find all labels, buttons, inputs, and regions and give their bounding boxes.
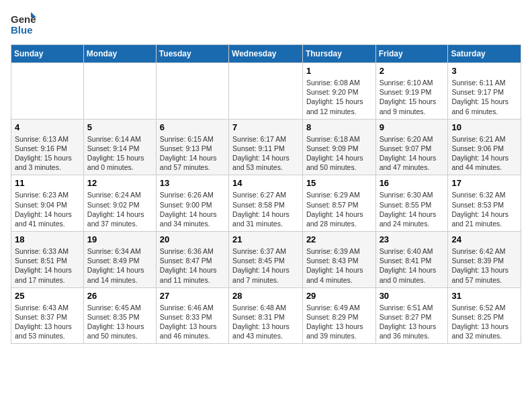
day-info: Sunrise: 6:37 AM Sunset: 8:45 PM Dayligh… (232, 246, 299, 285)
weekday-header: Monday (83, 45, 156, 63)
calendar-cell (229, 63, 303, 120)
logo-graphic: General Blue (11, 11, 36, 36)
day-number: 24 (451, 234, 517, 244)
day-number: 28 (232, 291, 299, 301)
calendar-cell: 9Sunrise: 6:20 AM Sunset: 9:07 PM Daylig… (375, 119, 448, 175)
day-info: Sunrise: 6:26 AM Sunset: 9:00 PM Dayligh… (160, 190, 225, 228)
calendar-cell: 17Sunrise: 6:32 AM Sunset: 8:53 PM Dayli… (448, 175, 521, 232)
calendar-cell: 8Sunrise: 6:18 AM Sunset: 9:09 PM Daylig… (302, 119, 375, 175)
day-number: 1 (306, 66, 372, 76)
calendar-cell: 15Sunrise: 6:29 AM Sunset: 8:57 PM Dayli… (302, 175, 375, 232)
calendar-cell: 6Sunrise: 6:15 AM Sunset: 9:13 PM Daylig… (156, 119, 228, 175)
day-info: Sunrise: 6:08 AM Sunset: 9:20 PM Dayligh… (306, 78, 372, 116)
calendar-cell: 22Sunrise: 6:39 AM Sunset: 8:43 PM Dayli… (302, 232, 375, 288)
day-number: 4 (15, 122, 80, 132)
calendar-cell: 31Sunrise: 6:52 AM Sunset: 8:25 PM Dayli… (448, 287, 521, 344)
day-number: 19 (87, 234, 152, 244)
day-info: Sunrise: 6:45 AM Sunset: 8:35 PM Dayligh… (87, 303, 152, 341)
day-number: 17 (451, 178, 517, 188)
day-number: 18 (15, 234, 80, 244)
day-number: 11 (15, 178, 80, 188)
calendar-cell: 13Sunrise: 6:26 AM Sunset: 9:00 PM Dayli… (156, 175, 228, 232)
day-info: Sunrise: 6:32 AM Sunset: 8:53 PM Dayligh… (451, 190, 517, 228)
calendar-cell (156, 63, 228, 120)
calendar-cell: 24Sunrise: 6:42 AM Sunset: 8:39 PM Dayli… (448, 232, 521, 288)
day-number: 13 (160, 178, 225, 188)
day-number: 7 (232, 122, 299, 132)
day-info: Sunrise: 6:13 AM Sunset: 9:16 PM Dayligh… (15, 134, 80, 173)
day-info: Sunrise: 6:43 AM Sunset: 8:37 PM Dayligh… (15, 303, 80, 341)
calendar-cell: 29Sunrise: 6:49 AM Sunset: 8:29 PM Dayli… (302, 287, 375, 344)
calendar-cell: 4Sunrise: 6:13 AM Sunset: 9:16 PM Daylig… (11, 119, 84, 175)
calendar-cell: 18Sunrise: 6:33 AM Sunset: 8:51 PM Dayli… (11, 232, 84, 288)
weekday-header: Tuesday (156, 45, 228, 63)
calendar-cell: 11Sunrise: 6:23 AM Sunset: 9:04 PM Dayli… (11, 175, 84, 232)
svg-text:Blue: Blue (11, 24, 33, 36)
day-number: 5 (87, 122, 152, 132)
day-number: 3 (451, 66, 517, 76)
day-info: Sunrise: 6:27 AM Sunset: 8:58 PM Dayligh… (232, 190, 299, 228)
calendar-cell: 28Sunrise: 6:48 AM Sunset: 8:31 PM Dayli… (229, 287, 303, 344)
day-number: 10 (451, 122, 517, 132)
calendar-cell: 30Sunrise: 6:51 AM Sunset: 8:27 PM Dayli… (375, 287, 448, 344)
calendar-cell: 20Sunrise: 6:36 AM Sunset: 8:47 PM Dayli… (156, 232, 228, 288)
weekday-header: Friday (375, 45, 448, 63)
weekday-header: Sunday (11, 45, 84, 63)
calendar-cell: 5Sunrise: 6:14 AM Sunset: 9:14 PM Daylig… (83, 119, 156, 175)
day-number: 29 (306, 291, 372, 301)
calendar-week-row: 18Sunrise: 6:33 AM Sunset: 8:51 PM Dayli… (11, 232, 521, 288)
weekday-header: Thursday (302, 45, 375, 63)
day-number: 2 (380, 66, 445, 76)
page-header: General Blue (11, 11, 521, 36)
day-number: 31 (451, 291, 517, 301)
day-number: 20 (160, 234, 225, 244)
day-number: 14 (232, 178, 299, 188)
weekday-header-row: SundayMondayTuesdayWednesdayThursdayFrid… (11, 45, 521, 63)
day-info: Sunrise: 6:11 AM Sunset: 9:17 PM Dayligh… (451, 78, 517, 116)
calendar-cell: 12Sunrise: 6:24 AM Sunset: 9:02 PM Dayli… (83, 175, 156, 232)
day-info: Sunrise: 6:36 AM Sunset: 8:47 PM Dayligh… (160, 246, 225, 285)
day-info: Sunrise: 6:49 AM Sunset: 8:29 PM Dayligh… (306, 303, 372, 341)
calendar-week-row: 1Sunrise: 6:08 AM Sunset: 9:20 PM Daylig… (11, 63, 521, 120)
day-info: Sunrise: 6:48 AM Sunset: 8:31 PM Dayligh… (232, 303, 299, 341)
calendar-cell: 19Sunrise: 6:34 AM Sunset: 8:49 PM Dayli… (83, 232, 156, 288)
day-number: 25 (15, 291, 80, 301)
day-info: Sunrise: 6:10 AM Sunset: 9:19 PM Dayligh… (380, 78, 445, 116)
calendar-cell: 14Sunrise: 6:27 AM Sunset: 8:58 PM Dayli… (229, 175, 303, 232)
calendar-table: SundayMondayTuesdayWednesdayThursdayFrid… (11, 44, 521, 344)
day-info: Sunrise: 6:39 AM Sunset: 8:43 PM Dayligh… (306, 246, 372, 285)
calendar-cell: 7Sunrise: 6:17 AM Sunset: 9:11 PM Daylig… (229, 119, 303, 175)
day-info: Sunrise: 6:15 AM Sunset: 9:13 PM Dayligh… (160, 134, 225, 173)
day-info: Sunrise: 6:46 AM Sunset: 8:33 PM Dayligh… (160, 303, 225, 341)
day-number: 6 (160, 122, 225, 132)
calendar-week-row: 4Sunrise: 6:13 AM Sunset: 9:16 PM Daylig… (11, 119, 521, 175)
calendar-cell: 23Sunrise: 6:40 AM Sunset: 8:41 PM Dayli… (375, 232, 448, 288)
calendar-cell: 3Sunrise: 6:11 AM Sunset: 9:17 PM Daylig… (448, 63, 521, 120)
calendar-cell: 25Sunrise: 6:43 AM Sunset: 8:37 PM Dayli… (11, 287, 84, 344)
day-info: Sunrise: 6:21 AM Sunset: 9:06 PM Dayligh… (451, 134, 517, 173)
day-info: Sunrise: 6:17 AM Sunset: 9:11 PM Dayligh… (232, 134, 299, 173)
calendar-cell: 16Sunrise: 6:30 AM Sunset: 8:55 PM Dayli… (375, 175, 448, 232)
day-info: Sunrise: 6:14 AM Sunset: 9:14 PM Dayligh… (87, 134, 152, 173)
day-number: 8 (306, 122, 372, 132)
day-info: Sunrise: 6:20 AM Sunset: 9:07 PM Dayligh… (380, 134, 445, 173)
logo-text: General Blue (11, 11, 36, 36)
day-number: 30 (380, 291, 445, 301)
weekday-header: Wednesday (229, 45, 303, 63)
calendar-cell: 10Sunrise: 6:21 AM Sunset: 9:06 PM Dayli… (448, 119, 521, 175)
day-info: Sunrise: 6:24 AM Sunset: 9:02 PM Dayligh… (87, 190, 152, 228)
day-info: Sunrise: 6:34 AM Sunset: 8:49 PM Dayligh… (87, 246, 152, 285)
calendar-cell: 1Sunrise: 6:08 AM Sunset: 9:20 PM Daylig… (302, 63, 375, 120)
calendar-cell (83, 63, 156, 120)
day-info: Sunrise: 6:42 AM Sunset: 8:39 PM Dayligh… (451, 246, 517, 285)
weekday-header: Saturday (448, 45, 521, 63)
calendar-cell: 26Sunrise: 6:45 AM Sunset: 8:35 PM Dayli… (83, 287, 156, 344)
day-info: Sunrise: 6:30 AM Sunset: 8:55 PM Dayligh… (380, 190, 445, 228)
day-number: 12 (87, 178, 152, 188)
calendar-cell: 21Sunrise: 6:37 AM Sunset: 8:45 PM Dayli… (229, 232, 303, 288)
day-number: 16 (380, 178, 445, 188)
day-number: 22 (306, 234, 372, 244)
day-number: 27 (160, 291, 225, 301)
logo: General Blue (11, 11, 36, 36)
calendar-week-row: 25Sunrise: 6:43 AM Sunset: 8:37 PM Dayli… (11, 287, 521, 344)
